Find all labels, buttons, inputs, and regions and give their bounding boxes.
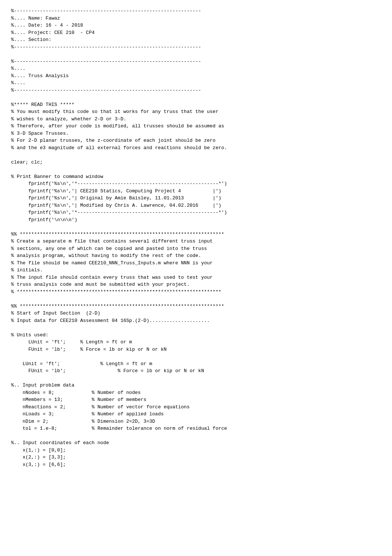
code-container: %---------------------------------------…: [11, 7, 381, 468]
code-content: %---------------------------------------…: [11, 7, 381, 468]
